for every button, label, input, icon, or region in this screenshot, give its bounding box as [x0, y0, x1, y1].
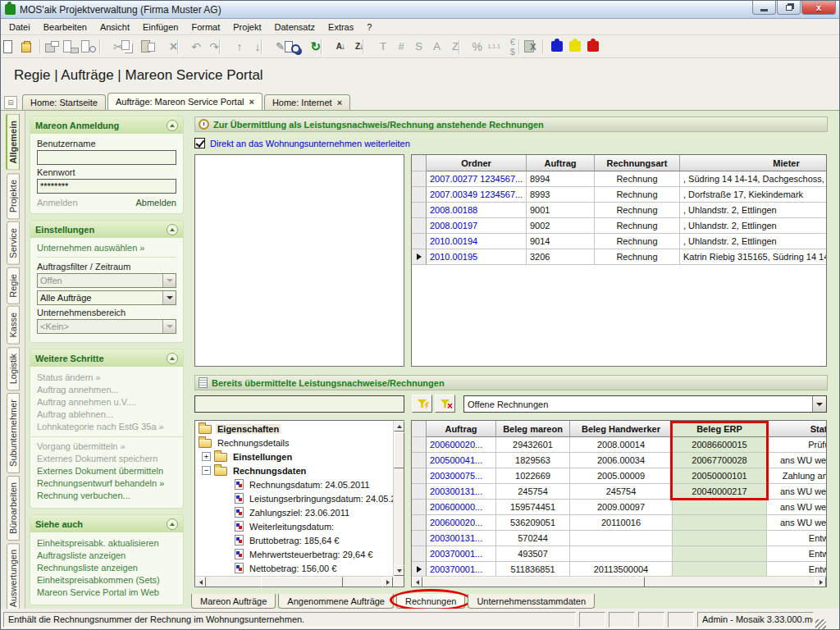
sort-descending-icon[interactable] — [345, 38, 363, 56]
table-row[interactable]: 200300131... 570244 Entwurf — [412, 531, 826, 546]
print-preview-icon[interactable] — [63, 38, 81, 56]
cell-ordner[interactable]: 2010.00195 — [427, 249, 527, 265]
row-selector[interactable] — [412, 531, 427, 546]
undo-icon[interactable] — [183, 38, 201, 56]
paste-icon[interactable] — [141, 38, 159, 56]
row-selector[interactable] — [412, 187, 427, 203]
sidebar-see-also-link[interactable]: Einheitspreisabkommen (Sets) — [30, 574, 183, 587]
column-header[interactable]: Status — [767, 421, 827, 437]
column-header[interactable]: Ordner — [427, 155, 527, 171]
sidebar-action-link[interactable]: Rechnung verbuchen... — [30, 490, 183, 502]
document-tab[interactable]: Home: Startseite — [22, 94, 106, 110]
column-header[interactable]: Auftrag — [427, 421, 496, 437]
percent-icon[interactable] — [464, 38, 482, 56]
column-header[interactable]: Rechnungsart — [595, 155, 680, 171]
table-row[interactable]: 2008.00197 9002 Rechnung , Uhlandstr. 2,… — [412, 218, 826, 234]
document-tab[interactable]: Home: Internet × — [264, 94, 350, 110]
row-selector[interactable] — [412, 218, 427, 234]
column-header[interactable]: Auftrag — [527, 155, 595, 171]
table-row[interactable]: 200370001... 493507 Entwurf — [412, 546, 826, 562]
row-selector[interactable] — [412, 437, 427, 453]
sidebar-action-link[interactable]: Status ändern » — [30, 372, 183, 384]
delete-icon[interactable] — [159, 38, 177, 56]
collapse-button[interactable] — [167, 224, 178, 235]
puzzle-blue-icon[interactable] — [548, 38, 566, 56]
cell-auftrag[interactable]: 200300131... — [427, 484, 496, 500]
cell-ordner[interactable]: 2010.00194 — [427, 234, 527, 249]
table-horizontal-scrollbar[interactable] — [412, 576, 826, 587]
module-tab[interactable]: Büroarbeiten — [7, 476, 20, 541]
row-selector[interactable] — [412, 171, 427, 187]
cell-ordner[interactable]: 2008.00197 — [427, 218, 527, 234]
sidebar-action-link[interactable]: Externes Dokument speichern — [30, 453, 183, 465]
menu-item[interactable]: Datensatz — [268, 21, 322, 34]
row-selector[interactable] — [412, 500, 427, 515]
select-company-link[interactable]: Unternehmen auswählen » — [37, 243, 144, 253]
tree-item[interactable]: + Einstellungen — [195, 450, 393, 463]
excel-export-icon[interactable] — [524, 38, 542, 56]
menu-item[interactable]: Ansicht — [94, 21, 136, 34]
sidebar-see-also-link[interactable]: Mareon Service Portal im Web — [30, 587, 183, 599]
cell-auftrag[interactable]: 200300075... — [427, 468, 496, 484]
restore-button[interactable] — [777, 1, 801, 15]
currency-icon[interactable] — [500, 38, 518, 56]
row-selector[interactable] — [412, 249, 427, 265]
apply-filter-button[interactable] — [412, 395, 432, 413]
new-icon[interactable] — [3, 38, 21, 56]
redo-icon[interactable] — [201, 38, 219, 56]
sep[interactable] — [177, 39, 183, 55]
row-selector[interactable] — [412, 234, 427, 249]
menu-item[interactable]: Projekt — [226, 21, 267, 34]
table-row[interactable]: 200300075... 1022669 2005.00009 20050000… — [412, 468, 826, 484]
scroll-right-icon[interactable] — [815, 577, 826, 587]
module-tab[interactable]: Regie — [7, 267, 20, 304]
tree-item[interactable]: Bruttobetrag: 185,64 € — [195, 533, 393, 547]
tree-item[interactable]: Rechnungsdetails — [195, 436, 393, 450]
module-tab[interactable]: Allgemein — [6, 114, 20, 171]
field-z-icon[interactable] — [441, 38, 459, 56]
table-row[interactable]: 2010.00195 3206 Rechnung Katrin Riebig 3… — [412, 249, 826, 265]
minimize-button[interactable] — [752, 1, 776, 15]
field-number-icon[interactable] — [386, 38, 404, 56]
menu-item[interactable]: Bearbeiten — [37, 21, 94, 34]
table-row[interactable]: 200600020... 29432601 2008.00014 2008660… — [412, 437, 826, 453]
column-header-beleg-erp[interactable]: Beleg ERP — [673, 421, 767, 437]
scroll-right-icon[interactable] — [382, 577, 393, 587]
login-link[interactable]: Anmelden — [37, 198, 78, 208]
row-selector[interactable] — [412, 203, 427, 218]
password-input[interactable] — [37, 179, 176, 194]
tree-item[interactable]: Nettobetrag: 156,00 € — [195, 561, 393, 575]
table-row[interactable]: 200600020... 536209051 20110016 ans WU w… — [412, 515, 826, 531]
sidebar-action-link[interactable]: Auftrag ablehnen... — [30, 409, 183, 421]
refresh-icon[interactable] — [303, 38, 321, 56]
table-row[interactable]: 200300131... 245754 245754 20040000217 a… — [412, 484, 826, 500]
cell-auftrag[interactable]: 200500041... — [427, 453, 496, 468]
puzzle-red-icon[interactable] — [584, 38, 602, 56]
sidebar-see-also-link[interactable]: Auftragsliste anzeigen — [30, 550, 183, 562]
sep[interactable] — [39, 39, 45, 55]
module-tab[interactable]: Kasse — [7, 306, 20, 345]
resize-grip[interactable] — [815, 619, 826, 630]
tree-item[interactable]: Rechnungsdatum: 24.05.2011 — [195, 477, 393, 491]
panel-handle-icon[interactable]: ⊟ — [4, 96, 17, 109]
module-tab[interactable]: Logistik — [7, 347, 20, 390]
sidebar-see-also-link[interactable]: Rechnungsliste anzeigen — [30, 562, 183, 574]
row-selector[interactable] — [412, 515, 427, 531]
scroll-left-icon[interactable] — [195, 577, 206, 587]
table-row[interactable]: 2008.00188 9001 Rechnung , Uhlandstr. 2,… — [412, 203, 826, 218]
tab-close-icon[interactable]: × — [249, 97, 253, 107]
module-tab[interactable]: Service — [7, 221, 20, 265]
forward-checkbox[interactable] — [194, 138, 205, 148]
tree-item[interactable]: Eigenschaften — [195, 422, 393, 436]
cell-auftrag[interactable]: 200600020... — [427, 515, 496, 531]
collapse-button[interactable] — [167, 120, 178, 131]
puzzle-yellow-icon[interactable] — [566, 38, 584, 56]
forward-checkbox-label[interactable]: Direkt an das Wohnungsunternehmen weiter… — [210, 139, 410, 148]
sep[interactable] — [321, 39, 326, 55]
tree-item[interactable]: Leistungserbringungsdatum: 24.05.20 — [195, 491, 393, 505]
tree-expander-icon[interactable]: + — [202, 452, 211, 461]
orders-filter-select[interactable]: Alle Aufträge — [37, 290, 176, 305]
username-input[interactable] — [37, 150, 176, 165]
row-selector[interactable] — [412, 468, 427, 484]
menu-item[interactable]: Format — [185, 21, 226, 34]
